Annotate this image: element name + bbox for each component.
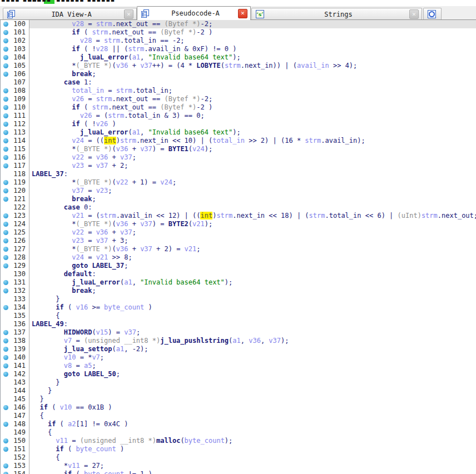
gutter[interactable]: 154 <box>1 470 29 474</box>
gutter[interactable]: 107 <box>1 78 29 87</box>
breakpoint-dot-icon[interactable] <box>3 47 8 52</box>
code-line[interactable]: 140 v10 = *v7; <box>1 353 476 362</box>
breakpoint-column[interactable] <box>1 220 10 228</box>
code-text[interactable]: break; <box>29 287 476 295</box>
code-line[interactable]: 149 { <box>1 428 476 437</box>
breakpoint-dot-icon[interactable] <box>3 97 8 102</box>
code-line[interactable]: 141 v8 = a5; <box>1 362 476 370</box>
code-text[interactable]: goto LABEL_37; <box>29 262 476 270</box>
code-line[interactable]: 133 } <box>1 295 476 303</box>
code-text[interactable]: default: <box>29 270 476 278</box>
gutter[interactable]: 116 <box>1 153 29 162</box>
breakpoint-column[interactable] <box>1 287 10 295</box>
gutter[interactable]: 134 <box>1 303 29 312</box>
breakpoint-column[interactable] <box>1 387 10 395</box>
gutter[interactable]: 137 <box>1 328 29 337</box>
gutter[interactable]: 105 <box>1 62 29 70</box>
breakpoint-column[interactable] <box>1 420 10 428</box>
gutter[interactable]: 109 <box>1 95 29 103</box>
breakpoint-dot-icon[interactable] <box>3 213 8 218</box>
breakpoint-column[interactable] <box>1 378 10 387</box>
code-line[interactable]: 122 case 0: <box>1 203 476 212</box>
code-text[interactable]: *(_BYTE *)(v36 + v37) = BYTE1(v24); <box>29 145 476 153</box>
breakpoint-column[interactable] <box>1 195 10 203</box>
breakpoint-dot-icon[interactable] <box>3 38 8 43</box>
breakpoint-column[interactable] <box>1 28 10 37</box>
code-line[interactable]: 111 v26 = (strm.total_in & 3) == 0; <box>1 112 476 120</box>
code-line[interactable]: 112 if ( !v26 ) <box>1 120 476 128</box>
close-icon[interactable]: ✕ <box>124 9 133 19</box>
gutter[interactable]: 131 <box>1 278 29 287</box>
code-text[interactable]: if ( byte_count ) <box>29 445 476 453</box>
code-line[interactable]: 124 *(_BYTE *)(v36 + v37) = BYTE2(v21); <box>1 220 476 228</box>
gutter[interactable]: 151 <box>1 445 29 453</box>
breakpoint-dot-icon[interactable] <box>3 255 8 260</box>
code-text[interactable]: case 1: <box>29 78 476 87</box>
gutter[interactable]: 120 <box>1 187 29 195</box>
gutter[interactable]: 138 <box>1 337 29 345</box>
gutter[interactable]: 100 <box>1 20 29 28</box>
code-text[interactable]: v23 = v37 + 2; <box>29 162 476 170</box>
breakpoint-dot-icon[interactable] <box>3 472 8 474</box>
breakpoint-column[interactable] <box>1 312 10 320</box>
breakpoint-column[interactable] <box>1 253 10 262</box>
code-line[interactable]: 115 *(_BYTE *)(v36 + v37) = BYTE1(v24); <box>1 145 476 153</box>
code-line[interactable]: 151 if ( byte_count ) <box>1 445 476 453</box>
gutter[interactable]: 149 <box>1 428 29 437</box>
breakpoint-dot-icon[interactable] <box>3 222 8 227</box>
gutter[interactable]: 114 <box>1 137 29 145</box>
code-line[interactable]: 152 { <box>1 453 476 462</box>
gutter[interactable]: 122 <box>1 203 29 212</box>
code-line[interactable]: 131 j_luaL_error(a1, "Invalid base64 tex… <box>1 278 476 287</box>
code-text[interactable]: LABEL_49: <box>29 320 476 328</box>
code-line[interactable]: 103 if ( !v28 || (strm.avail_in & 0xF) !… <box>1 45 476 53</box>
breakpoint-column[interactable] <box>1 412 10 420</box>
breakpoint-dot-icon[interactable] <box>3 88 8 93</box>
breakpoint-column[interactable] <box>1 78 10 87</box>
code-line[interactable]: 146 if ( v10 == 0x1B ) <box>1 403 476 412</box>
breakpoint-column[interactable] <box>1 53 10 62</box>
breakpoint-column[interactable] <box>1 262 10 270</box>
breakpoint-column[interactable] <box>1 328 10 337</box>
code-text[interactable]: { <box>29 312 476 320</box>
code-line[interactable]: 107 case 1: <box>1 78 476 87</box>
breakpoint-column[interactable] <box>1 337 10 345</box>
code-text[interactable]: if ( !v26 ) <box>29 120 476 128</box>
tab-ida-view-a[interactable]: IDA View-A✕ <box>3 8 137 20</box>
breakpoint-column[interactable] <box>1 403 10 412</box>
breakpoint-dot-icon[interactable] <box>3 188 8 193</box>
breakpoint-dot-icon[interactable] <box>3 238 8 243</box>
gutter[interactable]: 148 <box>1 420 29 428</box>
code-text[interactable]: v10 = *v7; <box>29 353 476 362</box>
breakpoint-dot-icon[interactable] <box>3 72 8 77</box>
code-line[interactable]: 127 *(_BYTE *)(v36 + v37 + 2) = v21; <box>1 245 476 253</box>
breakpoint-dot-icon[interactable] <box>3 22 8 27</box>
gutter[interactable]: 142 <box>1 370 29 378</box>
breakpoint-dot-icon[interactable] <box>3 197 8 202</box>
breakpoint-dot-icon[interactable] <box>3 447 8 452</box>
breakpoint-column[interactable] <box>1 453 10 462</box>
code-line[interactable]: 125 v22 = v36 + v37; <box>1 228 476 237</box>
breakpoint-column[interactable] <box>1 62 10 70</box>
code-line[interactable]: 113 j_luaL_error(a1, "Invalid base64 tex… <box>1 128 476 137</box>
code-text[interactable]: v22 = v36 + v37; <box>29 153 476 162</box>
code-text[interactable]: v22 = v36 + v37; <box>29 228 476 237</box>
code-line[interactable]: 143 } <box>1 378 476 387</box>
breakpoint-dot-icon[interactable] <box>3 330 8 335</box>
gutter[interactable]: 152 <box>1 453 29 462</box>
gutter[interactable]: 111 <box>1 112 29 120</box>
gutter[interactable]: 139 <box>1 345 29 353</box>
breakpoint-dot-icon[interactable] <box>3 63 8 68</box>
breakpoint-dot-icon[interactable] <box>3 163 8 168</box>
code-text[interactable]: v26 = (strm.total_in & 3) == 0; <box>29 112 476 120</box>
gutter[interactable]: 147 <box>1 412 29 420</box>
breakpoint-dot-icon[interactable] <box>3 122 8 127</box>
code-line[interactable]: 123 v21 = (strm.avail_in << 12) | ((int)… <box>1 212 476 220</box>
code-line[interactable]: 117 v23 = v37 + 2; <box>1 162 476 170</box>
gutter[interactable]: 136 <box>1 320 29 328</box>
code-line[interactable]: 119 *(_BYTE *)(v22 + 1) = v24; <box>1 178 476 187</box>
breakpoint-column[interactable] <box>1 103 10 112</box>
gutter[interactable]: 106 <box>1 70 29 78</box>
code-line[interactable]: 139 j_lua_settop(a1, -2); <box>1 345 476 353</box>
code-text[interactable]: *(_BYTE *)(v36 + v37 + 2) = v21; <box>29 245 476 253</box>
